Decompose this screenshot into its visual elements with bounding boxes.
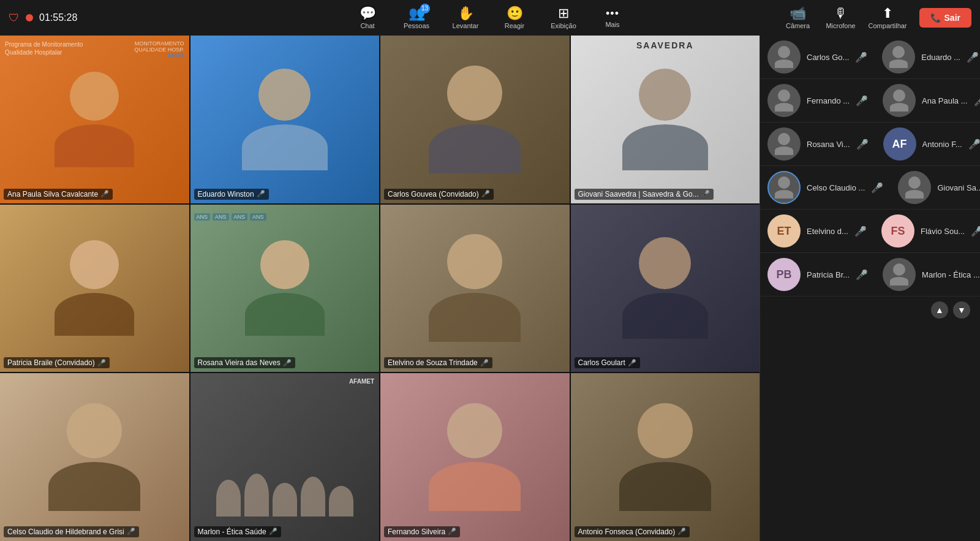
cell6-name: Rosana Vieira das Neves	[198, 358, 281, 367]
eduardo-mic: 🎤	[967, 51, 979, 63]
participants-badge: 13	[420, 4, 430, 13]
phone-icon: 📞	[930, 13, 941, 23]
avatar-flavio: FS	[881, 214, 914, 248]
cell5-label: Patricia Braile (Convidado) 🎤	[4, 357, 110, 368]
person-head-3	[778, 89, 790, 102]
video-cell-10: AFAMET Marlon - Ética Saúde 🎤	[190, 373, 380, 541]
sidebar-item-carlos-go[interactable]: Carlos Go... 🎤	[760, 36, 875, 79]
cell12-name: Antonio Fonseca (Convidado)	[578, 528, 676, 536]
carlos-go-mic: 🎤	[855, 51, 867, 63]
levantar-icon: ✋	[458, 7, 474, 20]
cell8-person	[571, 205, 760, 373]
chat-icon: 💬	[360, 7, 376, 20]
person-icon-4	[890, 89, 908, 112]
compartilhar-button[interactable]: ⬆ Compartilhar	[869, 7, 907, 29]
exit-button[interactable]: 📞 Sair	[919, 8, 971, 28]
cell2-mic: 🎤	[257, 190, 265, 198]
cell5-mic: 🎤	[97, 359, 106, 367]
cell6-mic: 🎤	[283, 359, 292, 367]
ana-paula-mic: 🎤	[974, 95, 980, 107]
sidebar-item-giovani[interactable]: Giovani Sa... 🎤	[891, 166, 980, 210]
video-grid: Programa de MonitoramentoQualidade Hospi…	[0, 36, 760, 541]
sidebar-item-patricia[interactable]: PB Patricia Br... 🎤	[760, 253, 875, 297]
cell3-person	[380, 36, 570, 203]
avatar-ana-paula	[883, 84, 916, 117]
person-body-1	[775, 59, 793, 68]
pessoas-button[interactable]: 👥 13 Pessoas	[401, 7, 432, 29]
person-icon-2	[889, 46, 908, 68]
flavio-name: Flávio Sou...	[921, 227, 965, 236]
cell11-label: Fernando Silveira 🎤	[384, 526, 460, 537]
fernando-name: Fernando ...	[807, 96, 850, 105]
main-content: Programa de MonitoramentoQualidade Hospi…	[0, 36, 980, 541]
microfone-button[interactable]: 🎙 Microfone	[826, 7, 856, 29]
flavio-mic: 🎤	[971, 225, 980, 237]
sidebar-item-rosana[interactable]: Rosana Vi... 🎤	[760, 123, 876, 166]
chat-button[interactable]: 💬 Chat	[352, 7, 383, 29]
person-body-4	[890, 103, 908, 112]
exibicao-icon: ⊞	[558, 7, 569, 20]
avatar-carlos-go	[767, 40, 801, 74]
levantar-button[interactable]: ✋ Levantar	[450, 7, 481, 29]
reagir-button[interactable]: 🙂 Reagir	[499, 7, 530, 29]
sidebar-item-ana-paula[interactable]: Ana Paula ... 🎤	[875, 79, 980, 123]
sidebar-row-3: Rosana Vi... 🎤 AF Antonio F... 🎤	[760, 123, 980, 166]
camera-icon: 📹	[790, 7, 806, 20]
marlon-info: Marlon - Ética ...	[922, 270, 980, 279]
cell2-label: Eduardo Winston 🎤	[194, 189, 269, 200]
avatar-rosana	[767, 127, 801, 161]
video-cell-12: Antonio Fonseca (Convidado) 🎤	[571, 373, 760, 541]
marlon-name: Marlon - Ética ...	[922, 270, 980, 279]
cell11-person	[380, 373, 570, 541]
cell11-name: Fernando Silveira	[388, 528, 445, 536]
celso-name: Celso Claudio ...	[807, 183, 865, 192]
rosana-name: Rosana Vi...	[807, 140, 850, 149]
camera-button[interactable]: 📹 Câmera	[783, 7, 813, 29]
mais-label: Mais	[605, 21, 619, 28]
ana-paula-name: Ana Paula ...	[922, 96, 967, 105]
cell7-person	[380, 205, 570, 373]
sidebar-item-marlon[interactable]: Marlon - Ética ... 🎤	[875, 253, 980, 297]
person-head-1	[778, 46, 790, 58]
giovani-name: Giovani Sa...	[937, 183, 980, 192]
flavio-info: Flávio Sou...	[921, 227, 965, 236]
ana-paula-info: Ana Paula ...	[922, 96, 967, 105]
antonio-f-info: Antonio F...	[922, 140, 962, 149]
cell9-person	[0, 373, 189, 541]
person-icon-5	[775, 133, 793, 155]
sidebar-row-1: Carlos Go... 🎤 Eduardo ... 🎤	[760, 36, 980, 79]
mais-icon: •••	[606, 8, 619, 19]
reagir-label: Reagir	[505, 22, 524, 29]
avatar-marlon	[883, 258, 916, 291]
sidebar-item-celso[interactable]: Celso Claudio ... 🎤	[760, 166, 891, 210]
mais-button[interactable]: ••• Mais	[597, 8, 628, 28]
person-body-7	[775, 190, 793, 199]
video-cell-8: Carlos Goulart 🎤	[571, 205, 760, 373]
video-cell-1: Programa de MonitoramentoQualidade Hospi…	[0, 36, 189, 203]
sidebar-item-etelvino[interactable]: ET Etelvino d... 🎤	[760, 210, 874, 253]
scroll-down-button[interactable]: ▼	[953, 301, 970, 319]
cell9-label: Celso Claudio de Hildebrand e Grisi 🎤	[4, 526, 139, 537]
chat-label: Chat	[360, 22, 374, 29]
video-cell-11: Fernando Silveira 🎤	[380, 373, 570, 541]
person-head-8	[908, 176, 921, 189]
person-icon-7	[775, 176, 793, 199]
sidebar-item-eduardo[interactable]: Eduardo ... 🎤	[875, 36, 980, 79]
celso-info: Celso Claudio ...	[807, 183, 865, 192]
compartilhar-label: Compartilhar	[869, 22, 907, 29]
sidebar-item-flavio[interactable]: FS Flávio Sou... 🎤	[874, 210, 980, 253]
sidebar-item-fernando[interactable]: Fernando ... 🎤	[760, 79, 875, 123]
cell10-mic: 🎤	[269, 528, 277, 535]
scroll-up-button[interactable]: ▲	[931, 301, 948, 319]
cell7-label: Etelvino de Souza Trindade 🎤	[384, 357, 492, 368]
rosana-mic: 🎤	[856, 138, 869, 150]
exibicao-button[interactable]: ⊞ Exibição	[548, 7, 579, 29]
avatar-fernando	[767, 84, 801, 117]
cell9-mic: 🎤	[127, 528, 135, 535]
microfone-label: Microfone	[826, 22, 855, 29]
fernando-info: Fernando ...	[807, 96, 850, 105]
sidebar-item-antonio-f[interactable]: AF Antonio F... 🎤	[876, 123, 980, 166]
avatar-giovani	[898, 171, 931, 204]
avatar-antonio-f: AF	[883, 127, 916, 161]
sidebar-row-4: Celso Claudio ... 🎤 Giovani Sa... 🎤	[760, 166, 980, 210]
